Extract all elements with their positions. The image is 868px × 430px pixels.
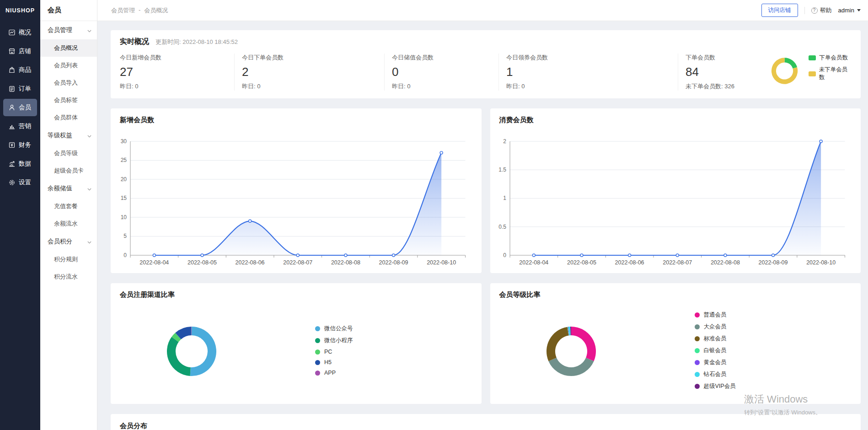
legend-item[interactable]: 微信小程序 xyxy=(315,337,353,344)
sidebar-item-label: 订单 xyxy=(19,85,31,93)
topbar: 会员管理 - 会员概况 访问店铺 ? 帮助 admin xyxy=(97,0,868,21)
chart-title: 新增会员数 xyxy=(120,116,154,124)
breadcrumb-parent[interactable]: 会员管理 xyxy=(111,6,135,15)
nav-item-member-import[interactable]: 会员导入 xyxy=(40,74,97,91)
legend-item[interactable]: 标准会员 xyxy=(695,335,736,343)
nav-item-points-flow[interactable]: 积分流水 xyxy=(40,268,97,285)
nav-item-member-tags[interactable]: 会员标签 xyxy=(40,91,97,109)
sidebar-item-label: 设置 xyxy=(19,178,31,187)
legend-item[interactable]: 未下单会员数 xyxy=(809,66,852,81)
new-members-line-chart[interactable]: 0510152025302022-08-042022-08-052022-08-… xyxy=(111,108,482,273)
legend-label: 钻石会员 xyxy=(704,371,727,378)
data-icon xyxy=(8,160,16,167)
nav-item-member-level[interactable]: 会员等级 xyxy=(40,145,97,162)
sidebar-item-finance[interactable]: 财务 xyxy=(3,136,37,154)
member-level-donut-chart[interactable] xyxy=(537,317,605,386)
svg-text:2022-08-04: 2022-08-04 xyxy=(139,259,169,266)
legend-item[interactable]: H5 xyxy=(315,359,353,366)
nav-item-member-overview[interactable]: 会员概况 xyxy=(40,39,97,57)
member-level-legend: 普通会员大众会员标准会员白银会员黄金会员钻石会员超级VIP会员 xyxy=(695,301,736,399)
legend-swatch xyxy=(695,372,700,377)
sidebar-item-goods[interactable]: 商品 xyxy=(3,61,37,79)
legend-item[interactable]: APP xyxy=(315,370,353,376)
sidebar-item-label: 财务 xyxy=(19,141,31,149)
legend-label: 下单会员数 xyxy=(819,54,848,62)
member-level-panel: 会员等级比率 普通会员大众会员标准会员白银会员黄金会员钻石会员超级VIP会员 xyxy=(490,283,861,404)
nav-item-super-member-card[interactable]: 超级会员卡 xyxy=(40,162,97,179)
stat-order-members: 今日下单会员数 2 昨日: 0 xyxy=(234,54,384,91)
sidebar-item-member[interactable]: 会员 xyxy=(3,99,37,116)
legend-label: 黄金会员 xyxy=(704,359,727,366)
svg-text:2022-08-07: 2022-08-07 xyxy=(663,259,692,266)
svg-text:0.5: 0.5 xyxy=(498,224,506,230)
svg-text:0: 0 xyxy=(503,252,506,258)
svg-text:2022-08-05: 2022-08-05 xyxy=(567,259,596,266)
consume-members-chart-panel: 00.511.522022-08-042022-08-052022-08-062… xyxy=(490,108,861,273)
help-icon: ? xyxy=(811,7,818,14)
svg-text:2022-08-10: 2022-08-10 xyxy=(427,259,456,266)
nav-group-label: 会员积分 xyxy=(48,237,72,246)
chevron-down-icon xyxy=(857,9,861,11)
sidebar-item-shop[interactable]: 店铺 xyxy=(3,43,37,60)
legend-swatch xyxy=(315,349,320,355)
user-menu[interactable]: admin xyxy=(838,7,861,14)
nav-group-member-points[interactable]: 会员积分 xyxy=(40,232,97,251)
svg-text:25: 25 xyxy=(121,157,127,164)
sidebar-item-order[interactable]: 订单 xyxy=(3,80,37,97)
legend-label: 标准会员 xyxy=(704,335,727,343)
legend-item[interactable]: 下单会员数 xyxy=(809,54,852,62)
svg-text:0: 0 xyxy=(123,252,127,258)
nav-item-balance-flow[interactable]: 余额流水 xyxy=(40,215,97,232)
secondary-sidebar: 会员 会员管理会员概况会员列表会员导入会员标签会员群体等级权益会员等级超级会员卡… xyxy=(40,0,97,430)
sidebar-item-label: 会员 xyxy=(19,103,31,112)
legend-item[interactable]: 超级VIP会员 xyxy=(695,382,736,390)
legend-item[interactable]: 大众会员 xyxy=(695,323,736,331)
legend-item[interactable]: 微信公众号 xyxy=(315,325,353,333)
breadcrumb-separator: - xyxy=(139,6,140,15)
legend-item[interactable]: 钻石会员 xyxy=(695,371,736,378)
nav-item-points-rules[interactable]: 积分规则 xyxy=(40,251,97,268)
legend-swatch xyxy=(315,371,320,376)
visit-shop-button[interactable]: 访问店铺 xyxy=(761,4,798,17)
chart-title: 会员注册渠道比率 xyxy=(120,290,175,299)
legend-item[interactable]: 普通会员 xyxy=(695,311,736,319)
stat-coupon-members: 今日领券会员数 1 昨日: 0 xyxy=(498,54,678,91)
chart-title: 会员等级比率 xyxy=(499,290,541,299)
svg-text:30: 30 xyxy=(121,138,127,145)
nav-group-member-manage[interactable]: 会员管理 xyxy=(40,21,97,39)
finance-icon xyxy=(8,141,16,149)
nav-item-recharge-package[interactable]: 充值套餐 xyxy=(40,198,97,215)
nav-item-member-list[interactable]: 会员列表 xyxy=(40,57,97,74)
legend-swatch xyxy=(695,348,700,353)
consume-members-line-chart[interactable]: 00.511.522022-08-042022-08-052022-08-062… xyxy=(490,108,861,273)
legend-swatch xyxy=(695,360,700,365)
nav-group-balance-stored[interactable]: 余额储值 xyxy=(40,179,97,198)
svg-text:5: 5 xyxy=(123,233,127,240)
sidebar-item-overview[interactable]: 概况 xyxy=(3,24,37,41)
register-channel-legend: 微信公众号微信小程序PCH5APP xyxy=(315,301,353,399)
sidebar-item-marketing[interactable]: 营销 xyxy=(3,118,37,135)
legend-item[interactable]: 黄金会员 xyxy=(695,359,736,366)
app-logo: NIUSHOP xyxy=(0,0,40,21)
primary-nav: 概况店铺商品订单会员营销财务数据设置 xyxy=(0,24,40,191)
legend-item[interactable]: 白银会员 xyxy=(695,347,736,355)
legend-label: H5 xyxy=(324,359,332,366)
svg-text:2022-08-06: 2022-08-06 xyxy=(615,259,644,266)
sidebar-item-label: 商品 xyxy=(19,66,31,74)
help-menu[interactable]: ? 帮助 xyxy=(811,6,832,15)
realtime-title: 实时概况 xyxy=(120,37,149,47)
nav-group-label: 会员管理 xyxy=(48,26,72,34)
legend-item[interactable]: PC xyxy=(315,349,353,355)
nav-item-member-groups[interactable]: 会员群体 xyxy=(40,109,97,126)
legend-label: 未下单会员数 xyxy=(819,66,852,81)
shop-icon xyxy=(8,48,16,55)
register-channel-donut-chart[interactable] xyxy=(157,317,226,386)
breadcrumb: 会员管理 - 会员概况 xyxy=(111,6,168,15)
nav-group-level-rights[interactable]: 等级权益 xyxy=(40,126,97,145)
stat-stored-members: 今日储值会员数 0 昨日: 0 xyxy=(384,54,498,91)
sidebar-item-settings[interactable]: 设置 xyxy=(3,174,37,191)
sidebar-item-data[interactable]: 数据 xyxy=(3,155,37,172)
svg-text:1: 1 xyxy=(503,195,506,202)
legend-swatch xyxy=(315,338,320,343)
order-ratio-donut-chart[interactable] xyxy=(771,56,798,86)
